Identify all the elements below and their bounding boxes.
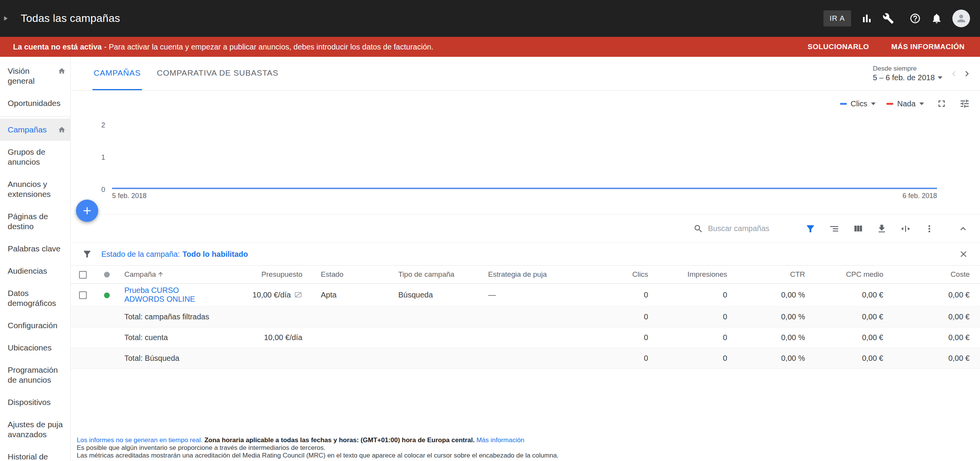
new-campaign-fab[interactable] <box>76 200 98 222</box>
chart-fullscreen-icon[interactable] <box>936 98 947 109</box>
close-icon[interactable] <box>959 249 968 259</box>
goto-button[interactable]: IR A <box>823 10 851 26</box>
status-enabled-dot <box>104 292 110 298</box>
campaigns-table: Campaña Presupuesto Estado Tipo de campa… <box>71 266 980 369</box>
date-prev-icon[interactable] <box>949 68 959 79</box>
reports-icon[interactable] <box>861 13 873 24</box>
sidebar-item-palabras-clave[interactable]: Palabras clave <box>0 238 70 260</box>
sidebar-item-label: Historial de cambios <box>8 452 66 461</box>
more-info-link[interactable]: Más información <box>477 436 525 444</box>
total-budget: 10,00 €/día <box>216 327 309 348</box>
total-search-row: Total: Búsqueda 0 0 0,00 % 0,00 € 0,00 € <box>71 348 980 368</box>
sidebar-item-datos-demograficos[interactable]: Datos demográficos <box>0 282 70 314</box>
page-title: Todas las campañas <box>21 12 120 25</box>
sidebar-item-label: Dispositivos <box>8 397 51 407</box>
sidebar-item-grupos-de-anuncios[interactable]: Grupos de anuncios <box>0 141 70 173</box>
columns-icon[interactable] <box>853 223 863 234</box>
campaign-checkbox[interactable] <box>79 291 87 299</box>
tab-campaigns[interactable]: CAMPAÑAS <box>92 57 142 90</box>
chart-metric-2-dropdown[interactable]: Nada <box>886 99 924 108</box>
status-dot-header-cell <box>95 266 118 283</box>
sidebar-item-ubicaciones[interactable]: Ubicaciones <box>0 337 70 359</box>
sidebar-item-label: Anuncios y extensiones <box>8 179 66 199</box>
notifications-bell-icon[interactable] <box>931 13 942 24</box>
report-footnotes: Los informes no se generan en tiempo rea… <box>71 436 980 459</box>
search-box[interactable] <box>693 224 790 234</box>
segment-icon[interactable] <box>829 223 840 234</box>
chart-metric-1-dropdown[interactable]: Clics <box>840 99 876 108</box>
topbar: Todas las campañas IR A <box>0 0 980 37</box>
content: Visión general Oportunidades Campañas Gr… <box>0 57 980 461</box>
table-toolbar <box>71 214 980 243</box>
total-avg-cpc: 0,00 € <box>811 348 889 368</box>
help-icon[interactable] <box>909 13 921 24</box>
date-next-icon[interactable] <box>962 68 972 79</box>
sidebar-item-anuncios-y-extensiones[interactable]: Anuncios y extensiones <box>0 173 70 205</box>
sidebar-item-oportunidades[interactable]: Oportunidades <box>0 92 70 114</box>
select-all-checkbox[interactable] <box>79 271 87 279</box>
footnote-line-3: Las métricas acreditadas mostrarán una a… <box>77 452 980 459</box>
legend-label: Nada <box>897 99 916 108</box>
total-clicks: 0 <box>581 327 654 348</box>
chart-settings-icon[interactable] <box>959 98 970 109</box>
status-dot-icon <box>104 272 110 278</box>
sidebar-item-configuracion[interactable]: Configuración <box>0 314 70 337</box>
column-header-status[interactable]: Estado <box>309 266 392 283</box>
tools-wrench-icon[interactable] <box>883 13 894 24</box>
series-color-swatch <box>886 103 893 105</box>
sidebar-item-audiencias[interactable]: Audiencias <box>0 260 70 282</box>
total-clicks: 0 <box>581 306 654 327</box>
footnote-line-1: Los informes no se generan en tiempo rea… <box>77 436 980 444</box>
column-header-cost[interactable]: Coste <box>889 266 980 283</box>
sidebar-item-vision-general[interactable]: Visión general <box>0 60 70 92</box>
sidebar-item-historial-de-cambios[interactable]: Historial de cambios <box>0 446 70 461</box>
total-budget <box>216 306 309 327</box>
chevron-down-icon <box>938 76 942 79</box>
fix-it-link[interactable]: SOLUCIONARLO <box>808 43 869 51</box>
download-icon[interactable] <box>876 223 887 234</box>
sidebar-item-programacion-de-anuncios[interactable]: Programación de anuncios <box>0 359 70 391</box>
total-budget <box>216 348 309 368</box>
column-header-bid-strategy[interactable]: Estrategia de puja <box>482 266 581 283</box>
expand-columns-icon[interactable] <box>900 223 911 234</box>
column-header-avg-cpc[interactable]: CPC medio <box>811 266 889 283</box>
timezone-note: Zona horaria aplicable a todas las fecha… <box>205 436 475 444</box>
tab-auction-insights[interactable]: COMPARATIVA DE SUBASTAS <box>156 57 280 90</box>
sidebar-item-label: Configuración <box>8 321 58 330</box>
campaign-name-link[interactable]: Prueba CURSO ADWORDS ONLINE <box>124 286 195 303</box>
realtime-note-link[interactable]: Los informes no se generan en tiempo rea… <box>77 436 203 444</box>
column-header-impressions[interactable]: Impresiones <box>654 266 733 283</box>
avatar[interactable] <box>952 10 970 27</box>
budget-status-icon[interactable] <box>294 291 302 299</box>
collapse-table-icon[interactable] <box>958 223 968 234</box>
campaign-row: Prueba CURSO ADWORDS ONLINE 10,00 €/día … <box>71 283 980 306</box>
home-icon <box>58 67 66 75</box>
learn-more-link[interactable]: MÁS INFORMACIÓN <box>891 43 965 51</box>
date-range-picker[interactable]: Desde siempre 5 – 6 feb. de 2018 <box>873 57 980 90</box>
sidebar-item-campanas[interactable]: Campañas <box>0 119 70 141</box>
sidebar-item-ajustes-de-puja-avanzados[interactable]: Ajustes de puja avanzados <box>0 413 70 446</box>
sidebar: Visión general Oportunidades Campañas Gr… <box>0 57 71 461</box>
column-header-ctr[interactable]: CTR <box>733 266 811 283</box>
total-avg-cpc: 0,00 € <box>811 327 889 348</box>
alert-title: La cuenta no está activa <box>13 43 102 51</box>
more-options-icon[interactable] <box>924 223 935 234</box>
total-label: Total: campañas filtradas <box>118 306 216 327</box>
column-header-campaign[interactable]: Campaña <box>118 266 216 283</box>
filter-icon[interactable] <box>805 223 816 234</box>
tab-bar: CAMPAÑAS COMPARATIVA DE SUBASTAS Desde s… <box>71 57 980 91</box>
column-header-clicks[interactable]: Clics <box>581 266 654 283</box>
sidebar-item-dispositivos[interactable]: Dispositivos <box>0 391 70 413</box>
tab-label: CAMPAÑAS <box>94 68 141 78</box>
column-header-type[interactable]: Tipo de campaña <box>392 266 482 283</box>
sidebar-item-paginas-de-destino[interactable]: Páginas de destino <box>0 205 70 238</box>
sidebar-expand-icon[interactable] <box>0 15 12 22</box>
footnote-line-2: Es posible que algún inventario se propo… <box>77 444 980 452</box>
y-axis-tick: 1 <box>88 154 105 162</box>
sidebar-item-label: Ajustes de puja avanzados <box>8 420 66 440</box>
search-input[interactable] <box>708 224 790 233</box>
campaign-status-filter[interactable]: Estado de la campaña:Todo lo habilitado <box>101 250 248 259</box>
column-header-budget[interactable]: Presupuesto <box>216 266 309 283</box>
chevron-down-icon <box>871 102 876 105</box>
total-account-row: Total: cuenta 10,00 €/día 0 0 0,00 % 0,0… <box>71 327 980 348</box>
